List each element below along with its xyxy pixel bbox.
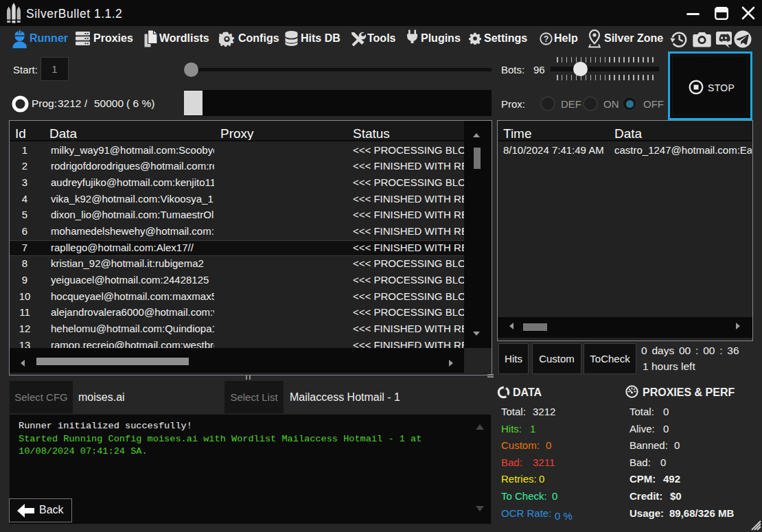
svg-text:?: ? bbox=[544, 34, 549, 44]
